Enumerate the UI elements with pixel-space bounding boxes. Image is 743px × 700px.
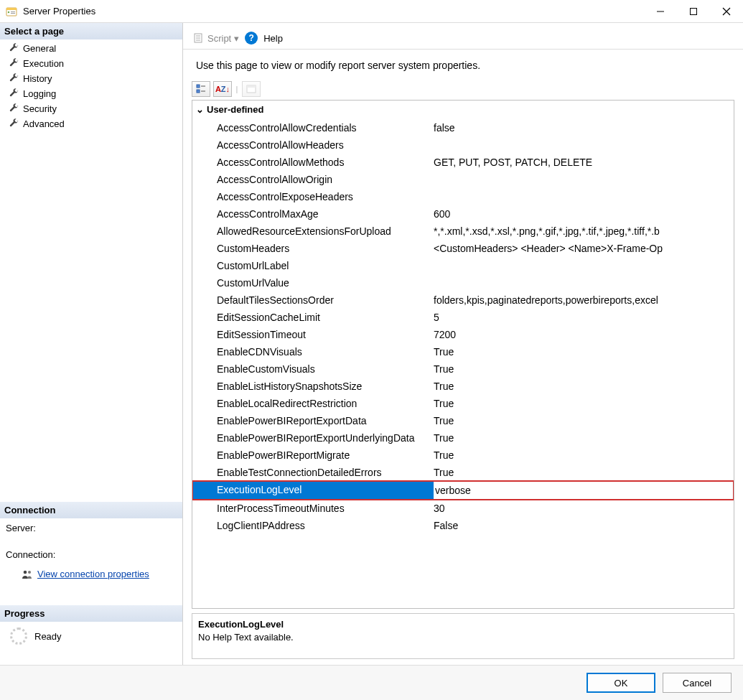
wrench-icon — [9, 57, 19, 70]
property-value[interactable]: folders,kpis,paginatedreports,powerbirep… — [434, 291, 734, 309]
property-row[interactable]: EditSessionCacheLimit5 — [192, 309, 734, 326]
property-row[interactable]: AccessControlAllowCredentialsfalse — [192, 119, 734, 136]
property-row[interactable]: LogClientIPAddressFalse — [192, 517, 734, 534]
sidebar-page-item[interactable]: Execution — [0, 56, 182, 71]
property-row[interactable]: EnablePowerBIReportMigrateTrue — [192, 447, 734, 464]
property-value[interactable] — [434, 171, 734, 188]
property-row[interactable]: EditSessionTimeout7200 — [192, 326, 734, 343]
script-label: Script — [207, 33, 231, 44]
property-name: EditSessionCacheLimit — [197, 309, 434, 326]
svg-point-9 — [24, 570, 27, 574]
property-row[interactable]: EnablePowerBIReportExportUnderlyingDataT… — [192, 429, 734, 447]
property-value[interactable]: True — [434, 464, 734, 481]
property-row[interactable]: AllowedResourceExtensionsForUpload*,*.xm… — [192, 223, 734, 240]
property-value[interactable] — [434, 136, 734, 154]
sidebar-page-item[interactable]: General — [0, 41, 182, 56]
property-row[interactable]: EnablePowerBIReportExportDataTrue — [192, 412, 734, 429]
property-help-panel: ExecutionLogLevel No Help Text available… — [192, 613, 734, 659]
property-row[interactable]: AccessControlMaxAge600 — [192, 205, 734, 223]
property-value[interactable]: True — [434, 412, 734, 429]
property-value[interactable]: True — [434, 447, 734, 464]
property-value[interactable] — [434, 274, 734, 291]
view-connection-properties-link[interactable]: View connection properties — [37, 569, 149, 579]
property-name: AccessControlAllowCredentials — [197, 119, 434, 136]
sidebar-page-item[interactable]: Security — [0, 101, 182, 116]
sidebar-page-label: General — [23, 43, 56, 54]
property-value[interactable]: 7200 — [434, 326, 734, 343]
dialog-buttons: OK Cancel — [0, 665, 743, 700]
sidebar-page-item[interactable]: Logging — [0, 86, 182, 101]
help-label[interactable]: Help — [263, 33, 283, 44]
property-row[interactable]: CustomHeaders<CustomHeaders> <Header> <N… — [192, 240, 734, 257]
content-toolbar: Script ▾ ? Help — [183, 23, 743, 50]
sidebar-page-item[interactable]: History — [0, 71, 182, 86]
close-button[interactable] — [710, 0, 743, 23]
property-row[interactable]: EnableTestConnectionDetailedErrorsTrue — [192, 464, 734, 481]
property-value[interactable] — [434, 188, 734, 205]
property-value[interactable]: 30 — [434, 500, 734, 517]
property-value[interactable]: False — [434, 517, 734, 534]
property-value[interactable]: True — [434, 395, 734, 412]
property-row[interactable]: EnableCustomVisualsTrue — [192, 360, 734, 378]
property-name: DefaultTilesSectionsOrder — [197, 291, 434, 309]
wrench-icon — [9, 42, 19, 55]
property-value[interactable]: True — [434, 429, 734, 447]
ok-button[interactable]: OK — [587, 673, 655, 693]
property-row[interactable]: EnableCDNVisualsTrue — [192, 343, 734, 360]
property-value[interactable] — [434, 257, 734, 274]
property-name: AccessControlAllowMethods — [197, 154, 434, 171]
category-user-defined[interactable]: ⌄ User-defined — [192, 101, 734, 119]
progress-status: Ready — [34, 631, 62, 642]
property-pages-button[interactable] — [242, 81, 261, 97]
property-row[interactable]: EnableListHistorySnapshotsSizeTrue — [192, 378, 734, 395]
property-row[interactable]: AccessControlAllowOrigin — [192, 171, 734, 188]
property-row[interactable]: DefaultTilesSectionsOrderfolders,kpis,pa… — [192, 291, 734, 309]
minimize-button[interactable] — [644, 0, 677, 23]
property-row[interactable]: EnableLocalRedirectRestrictionTrue — [192, 395, 734, 412]
connection-label: Connection: — [0, 545, 182, 564]
property-value[interactable]: <CustomHeaders> <Header> <Name>X-Frame-O… — [434, 240, 734, 257]
categorized-button[interactable] — [192, 81, 210, 97]
property-row[interactable]: CustomUrlValue — [192, 274, 734, 291]
svg-point-10 — [28, 571, 31, 574]
property-name: AccessControlAllowOrigin — [197, 171, 434, 188]
cancel-button[interactable]: Cancel — [663, 673, 732, 693]
property-name: InterProcessTimeoutMinutes — [197, 500, 434, 517]
property-value[interactable]: GET, PUT, POST, PATCH, DELETE — [434, 154, 734, 171]
property-row[interactable]: AccessControlAllowHeaders — [192, 136, 734, 154]
property-row[interactable]: AccessControlAllowMethodsGET, PUT, POST,… — [192, 154, 734, 171]
property-name: LogClientIPAddress — [197, 517, 434, 534]
property-grid[interactable]: ⌄ User-defined AccessControlAllowCredent… — [192, 100, 734, 609]
maximize-button[interactable] — [677, 0, 710, 23]
select-a-page-header: Select a page — [0, 23, 182, 39]
svg-rect-16 — [197, 90, 200, 93]
svg-rect-3 — [11, 11, 15, 12]
property-name: AccessControlAllowHeaders — [197, 136, 434, 154]
alphabetical-button[interactable]: AZ↓ — [213, 81, 232, 97]
property-value[interactable] — [434, 481, 734, 500]
property-value[interactable]: True — [434, 360, 734, 378]
property-row[interactable]: ExecutionLogLevel — [192, 481, 734, 500]
property-value[interactable]: *,*.xml,*.xsd,*.xsl,*.png,*.gif,*.jpg,*.… — [434, 223, 734, 240]
property-row[interactable]: InterProcessTimeoutMinutes30 — [192, 500, 734, 517]
property-value[interactable]: false — [434, 119, 734, 136]
sidebar-page-label: Execution — [23, 58, 64, 69]
property-value[interactable]: 5 — [434, 309, 734, 326]
titlebar: Server Properties — [0, 0, 743, 23]
property-row[interactable]: AccessControlExposeHeaders — [192, 188, 734, 205]
property-value[interactable]: True — [434, 378, 734, 395]
property-value[interactable]: True — [434, 343, 734, 360]
progress-header: Progress — [0, 605, 182, 622]
svg-rect-15 — [197, 85, 200, 88]
sidebar-page-item[interactable]: Advanced — [0, 116, 182, 131]
property-value[interactable]: 600 — [434, 205, 734, 223]
script-button[interactable]: Script ▾ — [193, 32, 239, 44]
property-name: EnableCDNVisuals — [197, 343, 434, 360]
help-icon[interactable]: ? — [245, 32, 258, 45]
svg-rect-20 — [247, 85, 256, 88]
svg-rect-1 — [6, 8, 17, 10]
property-value-input[interactable] — [434, 481, 734, 500]
window-title: Server Properties — [23, 6, 644, 17]
property-row[interactable]: CustomUrlLabel — [192, 257, 734, 274]
content-pane: Script ▾ ? Help Use this page to view or… — [183, 23, 743, 665]
